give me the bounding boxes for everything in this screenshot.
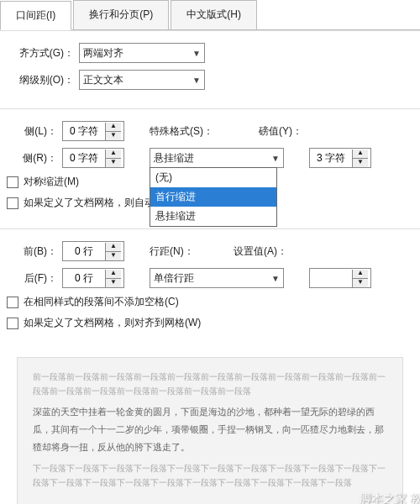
after-label: 后(F)：: [7, 271, 62, 286]
after-spinner[interactable]: ▲▼: [62, 268, 124, 288]
spin-up-icon[interactable]: ▲: [106, 243, 121, 252]
before-spinner[interactable]: ▲▼: [62, 241, 124, 261]
indent-left-input[interactable]: [63, 124, 105, 138]
preview-next-text: 下一段落下一段落下一段落下一段落下一段落下一段落下一段落下一段落下一段落下一段落…: [33, 461, 387, 490]
spin-up-icon[interactable]: ▲: [106, 150, 121, 159]
mirror-checkbox[interactable]: [7, 176, 18, 188]
auto-adjust-checkbox[interactable]: [7, 197, 18, 209]
by-spinner[interactable]: ▲▼: [309, 148, 371, 168]
at-label: 设置值(A)：: [234, 244, 301, 259]
spacing-section: 前(B)： ▲▼ 行距(N)： 设置值(A)： 后(F)： ▲▼ 单倍行距 ▼: [0, 228, 420, 349]
tab-indent-spacing[interactable]: 口间距(I): [0, 1, 71, 30]
tab-pagination[interactable]: 换行和分页(P): [73, 0, 169, 29]
tab-bar: 口间距(I) 换行和分页(P) 中文版式(H): [0, 0, 420, 30]
line-spacing-label: 行距(N)：: [150, 244, 208, 259]
watermark: 脚本之家 教程网 jiaochengjia.com: [0, 491, 420, 504]
outline-level-select[interactable]: 正文文本 ▼: [79, 70, 205, 90]
spin-down-icon[interactable]: ▼: [353, 159, 368, 167]
alignment-label: 齐方式(G)：: [7, 46, 79, 60]
general-section: 齐方式(G)： 两端对齐 ▼ 纲级别(O)： 正文文本 ▼: [0, 30, 420, 108]
spin-up-icon[interactable]: ▲: [353, 150, 368, 159]
chevron-down-icon: ▼: [192, 49, 201, 58]
chevron-down-icon: ▼: [271, 274, 280, 283]
snap-grid-checkbox[interactable]: [7, 318, 18, 329]
alignment-value: 两端对齐: [83, 46, 123, 60]
spin-down-icon[interactable]: ▼: [106, 252, 121, 260]
snap-grid-label: 如果定义了文档网格，则对齐到网格(W): [24, 316, 201, 330]
alignment-select[interactable]: 两端对齐 ▼: [79, 43, 205, 63]
indent-left-spinner[interactable]: ▲▼: [62, 121, 124, 141]
no-space-checkbox[interactable]: [7, 297, 18, 308]
at-spinner[interactable]: ▲▼: [309, 268, 371, 288]
line-spacing-select[interactable]: 单倍行距 ▼: [150, 268, 284, 288]
special-option-hang[interactable]: 悬挂缩进: [150, 207, 276, 226]
special-option-none[interactable]: (无): [150, 168, 276, 187]
special-value: 悬挂缩进: [154, 151, 194, 165]
spin-down-icon[interactable]: ▼: [106, 159, 121, 167]
special-option-first[interactable]: 首行缩进: [150, 187, 276, 207]
spin-up-icon[interactable]: ▲: [106, 123, 121, 132]
outline-level-label: 纲级别(O)：: [7, 73, 79, 87]
chevron-down-icon: ▼: [271, 154, 280, 163]
before-label: 前(B)：: [7, 244, 62, 259]
by-label: 磅值(Y)：: [259, 124, 318, 139]
spin-down-icon[interactable]: ▼: [106, 132, 121, 140]
preview-prev-text: 前一段落前一段落前一段落前一段落前一段落前一段落前一段落前一段落前一段落前一段落…: [33, 370, 387, 398]
indent-right-input[interactable]: [63, 151, 105, 165]
before-input[interactable]: [63, 244, 105, 258]
watermark-title: 脚本之家 教程网: [0, 491, 420, 504]
by-input[interactable]: [310, 151, 352, 165]
at-input[interactable]: [310, 271, 352, 285]
after-input[interactable]: [63, 271, 105, 285]
indent-right-label: 侧(R)：: [7, 151, 62, 165]
preview-pane: 前一段落前一段落前一段落前一段落前一段落前一段落前一段落前一段落前一段落前一段落…: [17, 357, 403, 504]
indent-left-label: 侧(L)：: [7, 124, 62, 139]
outline-level-value: 正文文本: [83, 73, 123, 87]
line-spacing-value: 单倍行距: [154, 271, 194, 286]
spin-down-icon[interactable]: ▼: [106, 279, 121, 287]
special-select[interactable]: 悬挂缩进 ▼: [150, 148, 284, 168]
tab-asian[interactable]: 中文版式(H): [171, 0, 257, 29]
indent-right-spinner[interactable]: ▲▼: [62, 148, 124, 168]
indentation-section: 侧(L)： ▲▼ 特殊格式(S)： 磅值(Y)： 侧(R)： ▲▼ 悬挂缩进 ▼: [0, 108, 420, 228]
preview-body-text: 深蓝的天空中挂着一轮金黄的圆月，下面是海边的沙地，都种着一望无际的碧绿的西瓜，其…: [33, 403, 387, 456]
spin-up-icon[interactable]: ▲: [106, 270, 121, 279]
mirror-label: 对称缩进(M): [24, 175, 79, 189]
chevron-down-icon: ▼: [192, 76, 201, 85]
spin-down-icon[interactable]: ▼: [353, 279, 368, 287]
spin-up-icon[interactable]: ▲: [353, 270, 368, 279]
special-dropdown-list: (无) 首行缩进 悬挂缩进: [150, 167, 277, 227]
special-label: 特殊格式(S)：: [150, 124, 234, 139]
no-space-label: 在相同样式的段落间不添加空格(C): [24, 295, 179, 309]
